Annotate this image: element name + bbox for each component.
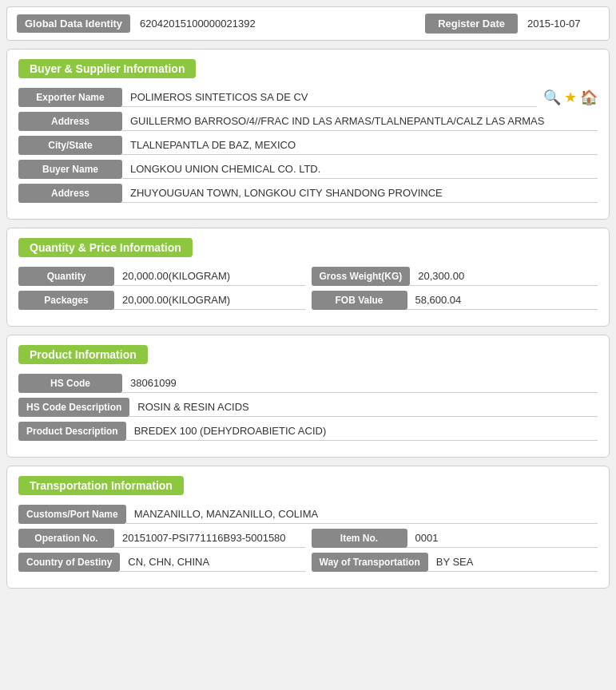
global-data-identity-label: Global Data Identity [17, 14, 130, 33]
city-state-value: TLALNEPANTLA DE BAZ, MEXICO [122, 136, 598, 155]
hs-code-row: HS Code 38061099 [18, 374, 598, 393]
register-date-button[interactable]: Register Date [425, 14, 518, 34]
hs-code-description-label: HS Code Description [18, 398, 129, 417]
operation-no-value: 20151007-PSI771116B93-5001580 [114, 529, 305, 548]
product-info-title: Product Information [18, 345, 148, 364]
item-no-field: Item No. 0001 [312, 529, 598, 548]
country-destiny-value: CN, CHN, CHINA [120, 553, 304, 572]
gross-weight-field: Gross Weight(KG) 20,300.00 [312, 267, 598, 286]
fob-value-field: FOB Value 58,600.04 [312, 291, 598, 310]
buyer-name-row: Buyer Name LONGKOU UNION CHEMICAL CO. LT… [18, 160, 598, 179]
city-state-row: City/State TLALNEPANTLA DE BAZ, MEXICO [18, 136, 598, 155]
product-info-section: Product Information HS Code 38061099 HS … [6, 335, 610, 458]
packages-field: Packages 20,000.00(KILOGRAM) [18, 291, 305, 310]
operation-no-label: Operation No. [18, 529, 114, 548]
country-destiny-field: Country of Destiny CN, CHN, CHINA [18, 553, 305, 572]
hs-code-description-value: ROSIN & RESIN ACIDS [129, 398, 598, 417]
exporter-address-label: Address [18, 112, 122, 131]
star-icon[interactable]: ★ [564, 89, 577, 106]
operation-item-row: Operation No. 20151007-PSI771116B93-5001… [18, 529, 598, 548]
global-data-identity-value: 62042015100000021392 [140, 18, 415, 30]
gross-weight-label: Gross Weight(KG) [312, 267, 411, 286]
customs-port-row: Customs/Port Name MANZANILLO, MANZANILLO… [18, 505, 598, 524]
product-description-row: Product Description BREDEX 100 (DEHYDROA… [18, 422, 598, 441]
customs-port-value: MANZANILLO, MANZANILLO, COLIMA [126, 505, 598, 524]
quantity-price-section: Quantity & Price Information Quantity 20… [6, 228, 610, 327]
register-date-value: 2015-10-07 [527, 18, 599, 30]
transportation-title: Transportation Information [18, 476, 184, 495]
quantity-value: 20,000.00(KILOGRAM) [114, 267, 305, 286]
item-no-label: Item No. [312, 529, 407, 548]
packages-fob-row: Packages 20,000.00(KILOGRAM) FOB Value 5… [18, 291, 598, 310]
fob-value-label: FOB Value [312, 291, 407, 310]
packages-value: 20,000.00(KILOGRAM) [114, 291, 305, 310]
quantity-label: Quantity [18, 267, 114, 286]
city-state-label: City/State [18, 136, 122, 155]
hs-code-label: HS Code [18, 374, 122, 393]
way-transport-label: Way of Transportation [312, 553, 428, 572]
action-icons: 🔍 ★ 🏠 [537, 89, 598, 106]
buyer-address-label: Address [18, 184, 122, 203]
packages-label: Packages [18, 291, 114, 310]
customs-port-label: Customs/Port Name [18, 505, 126, 524]
item-no-value: 0001 [407, 529, 598, 548]
top-bar: Global Data Identity 6204201510000002139… [6, 6, 610, 41]
exporter-name-label: Exporter Name [18, 88, 122, 107]
country-transport-row: Country of Destiny CN, CHN, CHINA Way of… [18, 553, 598, 572]
hs-code-description-row: HS Code Description ROSIN & RESIN ACIDS [18, 398, 598, 417]
transportation-section: Transportation Information Customs/Port … [6, 466, 610, 589]
buyer-supplier-section: Buyer & Supplier Information Exporter Na… [6, 49, 610, 220]
quantity-gross-row: Quantity 20,000.00(KILOGRAM) Gross Weigh… [18, 267, 598, 286]
home-icon[interactable]: 🏠 [580, 89, 598, 106]
buyer-address-row: Address ZHUYOUGUAN TOWN, LONGKOU CITY SH… [18, 184, 598, 203]
buyer-supplier-title: Buyer & Supplier Information [18, 59, 196, 78]
search-icon[interactable]: 🔍 [543, 89, 561, 106]
quantity-field: Quantity 20,000.00(KILOGRAM) [18, 267, 305, 286]
buyer-name-label: Buyer Name [18, 160, 122, 179]
quantity-price-title: Quantity & Price Information [18, 238, 193, 257]
exporter-address-row: Address GUILLERMO BARROSO/4//FRAC IND LA… [18, 112, 598, 131]
way-transport-value: BY SEA [428, 553, 598, 572]
page-wrapper: Global Data Identity 6204201510000002139… [0, 0, 616, 595]
fob-value-value: 58,600.04 [407, 291, 598, 310]
product-description-label: Product Description [18, 422, 126, 441]
exporter-name-value: POLIMEROS SINTETICOS SA DE CV [122, 88, 537, 107]
way-transport-field: Way of Transportation BY SEA [312, 553, 598, 572]
exporter-address-value: GUILLERMO BARROSO/4//FRAC IND LAS ARMAS/… [122, 112, 598, 131]
hs-code-value: 38061099 [122, 374, 598, 393]
product-description-value: BREDEX 100 (DEHYDROABIETIC ACID) [126, 422, 598, 441]
buyer-name-value: LONGKOU UNION CHEMICAL CO. LTD. [122, 160, 598, 179]
country-destiny-label: Country of Destiny [18, 553, 120, 572]
buyer-address-value: ZHUYOUGUAN TOWN, LONGKOU CITY SHANDONG P… [122, 184, 598, 203]
gross-weight-value: 20,300.00 [410, 267, 598, 286]
operation-no-field: Operation No. 20151007-PSI771116B93-5001… [18, 529, 305, 548]
exporter-name-row: Exporter Name POLIMEROS SINTETICOS SA DE… [18, 88, 598, 107]
